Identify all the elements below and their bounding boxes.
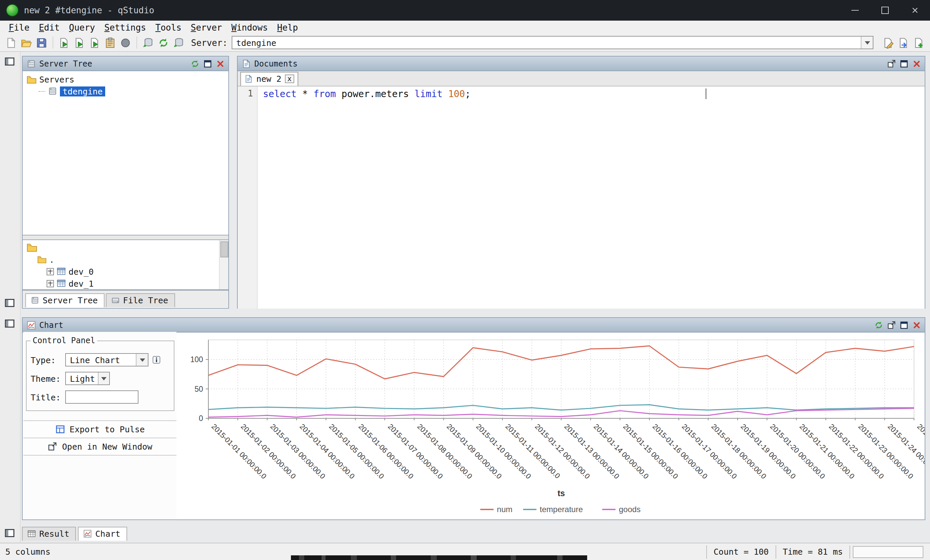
server-select-value: tdengine (232, 38, 280, 48)
document-icon (241, 58, 251, 69)
tree-item-tdengine[interactable]: tdengine (27, 85, 228, 97)
x-tick-label: 2015-01-08 00:00:00.0 (416, 422, 474, 480)
sql-editor[interactable]: 1 select * from power.meters limit 100; (238, 86, 925, 308)
menu-server[interactable]: Server (186, 21, 227, 33)
menu-settings[interactable]: Settings (100, 21, 151, 33)
text-caret (706, 89, 706, 99)
tab-result[interactable]: Result (22, 527, 76, 541)
tree-item-servers[interactable]: Servers (27, 73, 228, 85)
chevron-down-icon[interactable] (861, 37, 873, 49)
scrollbar-thumb[interactable] (220, 241, 228, 258)
menu-query[interactable]: Query (64, 21, 100, 33)
copy-icon[interactable] (103, 35, 117, 49)
chevron-down-icon[interactable] (98, 373, 109, 384)
close-button[interactable] (900, 0, 930, 21)
server-tree-panel-header: Server Tree (23, 57, 228, 71)
tree-item-dot[interactable]: . (27, 253, 228, 265)
scrollbar[interactable] (219, 240, 228, 289)
chart-title-input[interactable] (65, 390, 139, 404)
edit-document-icon[interactable] (881, 35, 895, 49)
export-to-pulse-button[interactable]: Export to Pulse (23, 420, 176, 438)
dock-restore-icon[interactable] (4, 297, 15, 308)
expand-icon[interactable] (46, 280, 54, 287)
server-tree: Servers tdengine (23, 71, 228, 235)
x-tick-label: 2015-01-02 00:00:00.0 (239, 422, 297, 480)
left-panel-tabs: Server Tree File Tree (23, 290, 228, 307)
selected-server-label: tdengine (60, 86, 105, 96)
background-window-sliver (291, 555, 587, 560)
refresh-server-icon[interactable] (141, 35, 155, 49)
legend-label-num[interactable]: num (497, 505, 513, 514)
legend-label-temperature[interactable]: temperature (540, 505, 583, 514)
dock-handle-icon[interactable] (4, 56, 20, 67)
expand-icon[interactable] (46, 268, 54, 275)
refresh-tree-icon[interactable] (156, 35, 171, 49)
server-icon (31, 296, 39, 305)
open-new-window-icon[interactable] (886, 320, 896, 330)
menu-windows[interactable]: Windows (227, 21, 273, 33)
chart-type-select[interactable]: Line Chart (65, 353, 148, 367)
dock-handle-icon[interactable] (4, 318, 20, 329)
server-tree-panel: Server Tree Servers tdengine (22, 56, 229, 308)
tree-splitter[interactable] (23, 235, 228, 239)
document-icon (244, 75, 253, 83)
tree-item-dev1[interactable]: dev_1 (27, 277, 228, 289)
maximize-button[interactable] (870, 0, 900, 21)
refresh-icon[interactable] (873, 320, 884, 330)
x-tick-label: 2015-01-13 00:00:00.0 (562, 422, 621, 480)
y-tick-label: 50 (194, 385, 203, 393)
save-icon[interactable] (35, 35, 49, 49)
status-progress-bar (853, 546, 923, 558)
x-tick-label: 2015-01-07 00:00:00.0 (386, 422, 444, 480)
stop-query-icon[interactable] (119, 35, 132, 49)
maximize-panel-icon[interactable] (202, 58, 212, 69)
open-in-new-window-button[interactable]: Open in New Window (23, 437, 176, 456)
tab-new-2[interactable]: new 2 x (240, 72, 298, 86)
x-tick-label: 2015-01-05 00:00:00.0 (328, 422, 386, 480)
theme-select[interactable]: Light (65, 372, 110, 385)
menu-edit[interactable]: Edit (34, 21, 65, 33)
minimize-button[interactable] (840, 0, 870, 21)
tab-file-tree[interactable]: File Tree (106, 293, 175, 307)
menu-tools[interactable]: Tools (151, 21, 186, 33)
legend-label-goods[interactable]: goods (619, 505, 641, 514)
sql-number: 100 (443, 89, 465, 99)
maximize-panel-icon[interactable] (899, 58, 909, 69)
close-panel-icon[interactable] (912, 320, 921, 330)
dock-restore-icon[interactable] (4, 528, 15, 539)
close-panel-icon[interactable] (912, 58, 921, 69)
server-select[interactable]: tdengine (232, 36, 873, 49)
new-file-icon[interactable] (4, 35, 18, 49)
documents-panel-title: Documents (254, 59, 297, 68)
chevron-down-icon[interactable] (136, 354, 148, 366)
line-chart[interactable]: 0501002015-01-01 00:00:00.02015-01-02 00… (179, 332, 925, 519)
control-panel-legend: Control Panel (31, 336, 97, 345)
tree-item-dev0[interactable]: dev_0 (27, 265, 228, 277)
run-file-icon[interactable] (88, 35, 102, 49)
tab-chart[interactable]: Chart (78, 527, 127, 541)
close-panel-icon[interactable] (215, 58, 225, 69)
maximize-panel-icon[interactable] (899, 320, 909, 330)
open-new-window-icon[interactable] (886, 58, 896, 69)
add-server-icon[interactable] (172, 35, 186, 49)
documents-panel: Documents new 2 x 1 select * from power.… (237, 56, 925, 308)
open-document-icon[interactable] (897, 35, 911, 49)
menu-file[interactable]: File (4, 21, 34, 33)
menu-bar: File Edit Query Settings Tools Server Wi… (0, 21, 930, 34)
tab-close-button[interactable]: x (285, 75, 294, 83)
sql-code-line[interactable]: select * from power.meters limit 100; (258, 86, 925, 308)
refresh-icon[interactable] (190, 58, 200, 69)
new-document-icon[interactable] (912, 35, 926, 49)
open-file-icon[interactable] (19, 35, 33, 49)
x-tick-label: 2015-01-12 00:00:00.0 (533, 422, 591, 480)
line-number-gutter: 1 (238, 86, 258, 308)
info-icon[interactable] (152, 355, 161, 364)
menu-help[interactable]: Help (273, 21, 303, 33)
tab-server-tree[interactable]: Server Tree (25, 293, 105, 307)
chart-panel-title: Chart (39, 320, 63, 330)
tree-item-root-folder[interactable] (27, 241, 228, 253)
run-query-icon[interactable] (57, 35, 71, 49)
run-line-icon[interactable] (72, 35, 86, 49)
open-new-window-icon (48, 442, 58, 452)
grid-icon (27, 529, 36, 538)
